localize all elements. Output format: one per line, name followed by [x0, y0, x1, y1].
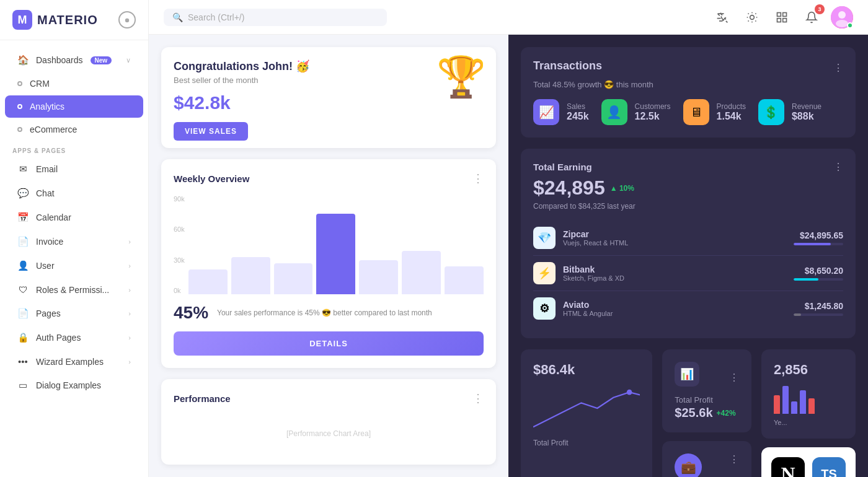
revenue-icon: 💲 — [758, 99, 784, 125]
chevron-right-icon: › — [128, 238, 131, 245]
avatar-wrap[interactable] — [831, 6, 853, 28]
weekly-profit-card: 📊 ⋮ Total Profit $25.6k +42% — [662, 349, 751, 432]
home-icon: 🏠 — [17, 55, 29, 66]
search-bar[interactable]: 🔍 Search (Ctrl+/) — [164, 9, 387, 26]
sidebar-item-ecommerce[interactable]: eCommerce — [5, 118, 143, 141]
zipcar-progress — [794, 243, 843, 245]
sidebar-item-dashboards[interactable]: 🏠 Dashboards New ∨ — [5, 48, 143, 72]
grid-icon[interactable] — [771, 7, 792, 28]
profit-chart-label: Total Profit — [533, 439, 640, 447]
calendar-icon: 📅 — [17, 212, 29, 223]
bitbank-name: Bitbank — [563, 265, 624, 274]
bar-6 — [402, 251, 441, 294]
sidebar-label-chat: Chat — [36, 188, 55, 198]
profit-chart-svg — [533, 380, 640, 436]
weekly-profit-menu-icon[interactable]: ⋮ — [729, 372, 739, 383]
record-icon[interactable]: ⏺ — [118, 11, 136, 28]
tech-logos-card: N TS JS — [761, 447, 856, 477]
bell-icon[interactable]: 3 — [801, 7, 822, 28]
dot-icon — [17, 127, 22, 132]
project-icon: 💼 — [675, 453, 702, 477]
aviato-tech: HTML & Angular — [563, 310, 613, 317]
chevron-right-icon: › — [128, 358, 131, 365]
svg-rect-4 — [783, 18, 787, 22]
notification-count: 3 — [815, 4, 825, 14]
dialog-icon: ▭ — [17, 380, 29, 391]
bar-1 — [188, 269, 228, 294]
mini-bar-4 — [800, 390, 806, 414]
weekly-profit-label: Total Profit — [675, 395, 739, 405]
mini-bar-5 — [808, 398, 815, 414]
sidebar-label-roles: Roles & Permissi... — [36, 285, 109, 295]
sidebar-item-pages[interactable]: 📄 Pages › — [5, 302, 143, 325]
sidebar-item-analytics[interactable]: Analytics — [5, 95, 143, 118]
weekly-menu-icon[interactable]: ⋮ — [472, 172, 484, 185]
right-count-col: 2,856 Ye... N TS — [761, 349, 856, 477]
sidebar-item-roles[interactable]: 🛡 Roles & Permissi... › — [5, 278, 143, 301]
bar-2 — [231, 257, 270, 294]
svg-point-0 — [750, 15, 755, 19]
perf-menu-icon[interactable]: ⋮ — [472, 392, 484, 405]
details-button[interactable]: DETAILS — [174, 331, 484, 356]
chevron-down-icon: ∨ — [126, 56, 131, 64]
translate-icon[interactable] — [712, 7, 733, 28]
revenue-info: Revenue $88k — [792, 102, 822, 122]
new-badge: New — [91, 56, 112, 64]
bar-3 — [274, 263, 313, 294]
sidebar-label-invoice: Invoice — [36, 237, 63, 247]
dot-icon-active — [17, 104, 22, 109]
count-card: 2,856 Ye... — [761, 349, 856, 439]
brightness-icon[interactable] — [742, 7, 763, 28]
sidebar-item-calendar[interactable]: 📅 Calendar — [5, 206, 143, 229]
right-mini-col: 📊 ⋮ Total Profit $25.6k +42% 💼 — [662, 349, 751, 477]
weekly-title: Weekly Overview — [174, 173, 472, 184]
sidebar-label-crm: CRM — [30, 79, 50, 89]
sidebar-item-invoice[interactable]: 📄 Invoice › — [5, 230, 143, 253]
bar-5 — [359, 260, 398, 294]
earning-item-bitbank: ⚡ Bitbank Sketch, Figma & XD $8,650.20 — [533, 256, 843, 291]
sidebar-label-auth: Auth Pages — [36, 333, 81, 343]
aviato-logo: ⚙ — [533, 297, 556, 320]
trans-menu-icon[interactable]: ⋮ — [833, 62, 843, 74]
sidebar-item-dialog[interactable]: ▭ Dialog Examples — [5, 374, 143, 397]
trophy-emoji: 🏆 — [436, 57, 486, 97]
earning-compared: Compared to $84,325 last year — [533, 202, 843, 211]
chevron-right-icon: › — [128, 262, 131, 269]
earning-menu-icon[interactable]: ⋮ — [833, 161, 843, 173]
perf-header: Performance ⋮ — [174, 392, 484, 405]
svg-rect-2 — [783, 12, 787, 16]
svg-rect-3 — [777, 18, 781, 22]
sidebar-item-email[interactable]: ✉ Email — [5, 157, 143, 181]
stat-revenue: 💲 Revenue $88k — [758, 99, 822, 125]
search-placeholder: Search (Ctrl+/) — [188, 12, 244, 22]
new-project-menu-icon[interactable]: ⋮ — [729, 453, 739, 465]
wizard-icon: ••• — [17, 356, 29, 367]
bar-4-active — [316, 214, 355, 294]
email-icon: ✉ — [17, 164, 29, 175]
logo-icon: M — [12, 10, 32, 30]
invoice-icon: 📄 — [17, 236, 29, 247]
nextjs-logo[interactable]: N — [771, 457, 805, 477]
topbar: 🔍 Search (Ctrl+/) 3 — [149, 0, 868, 35]
sidebar-item-wizard[interactable]: ••• Wizard Examples › — [5, 350, 143, 373]
right-panel: Transactions ⋮ Total 48.5% growth 😎 this… — [508, 35, 868, 477]
aviato-name: Aviato — [563, 300, 613, 310]
sidebar-item-auth[interactable]: 🔒 Auth Pages › — [5, 326, 143, 349]
sidebar-item-crm[interactable]: CRM — [5, 72, 143, 95]
weekly-footer: 45% Your sales performance is 45% 😎 bett… — [174, 303, 484, 323]
sidebar-item-user[interactable]: 👤 User › — [5, 254, 143, 278]
stat-customers: 👤 Customers 12.5k — [601, 99, 671, 125]
new-project-card: 💼 ⋮ New Project 862 -18% — [662, 441, 751, 477]
chevron-right-icon: › — [128, 310, 131, 317]
bitbank-progress — [794, 278, 843, 281]
chart-bars — [188, 195, 484, 294]
bar-7 — [445, 266, 484, 294]
svg-point-6 — [838, 11, 846, 19]
aviato-progress — [794, 313, 843, 316]
typescript-logo[interactable]: TS — [812, 457, 846, 477]
sidebar-label-pages: Pages — [36, 309, 61, 318]
sidebar-item-chat[interactable]: 💬 Chat — [5, 182, 143, 205]
sales-icon: 📈 — [533, 99, 559, 125]
view-sales-button[interactable]: VIEW SALES — [174, 122, 248, 141]
sidebar-logo: M MATERIO ⏺ — [0, 0, 148, 40]
